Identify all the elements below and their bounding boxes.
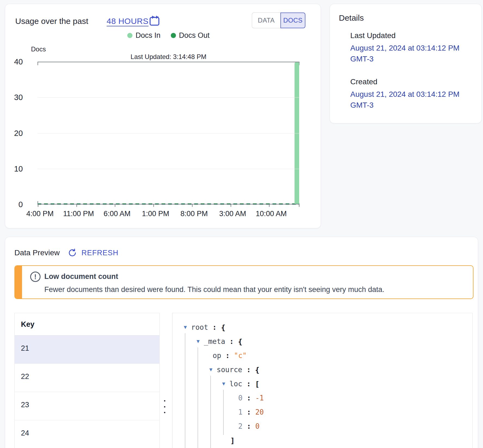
json-tree-row: ▼root : { xyxy=(183,320,225,334)
usage-card: Usage over the past 48 HOURS DATA DOCS D… xyxy=(5,4,321,228)
tree-open-bracket: { xyxy=(255,366,259,374)
x-axis-label: 4:00 PM xyxy=(18,210,62,218)
table-row[interactable]: 23 xyxy=(15,392,159,420)
json-tree-row: ▼source : { xyxy=(208,363,259,377)
tree-colon: : xyxy=(243,422,255,430)
gridline-40 xyxy=(38,62,299,62)
x-axis-tick xyxy=(115,204,115,207)
legend-dot xyxy=(127,33,132,38)
tree-colon: : xyxy=(243,408,255,416)
tree-open-bracket: { xyxy=(221,323,225,332)
tree-close-bracket: ] xyxy=(230,436,235,445)
tree-expander-icon[interactable]: ▼ xyxy=(208,367,213,373)
details-item-label: Last Updated xyxy=(350,31,470,40)
toggle-data-button[interactable]: DATA xyxy=(252,13,280,28)
tree-colon: : xyxy=(242,380,255,388)
data-docs-toggle: DATA DOCS xyxy=(252,13,305,28)
toggle-docs-button[interactable]: DOCS xyxy=(280,13,305,28)
details-item-label: Created xyxy=(350,77,470,86)
legend-label: Docs In xyxy=(135,31,160,40)
details-title: Details xyxy=(339,13,364,23)
json-tree-row: 2 : 0 xyxy=(238,419,259,433)
chart-subtitle: Last Updated: 3:14:48 PM xyxy=(38,53,299,61)
plot-area: 0102030404:00 PM11:00 PM6:00 AM1:00 PM8:… xyxy=(38,62,299,204)
tree-guide-line xyxy=(185,333,185,448)
key-table: Key 21222324 xyxy=(14,313,160,448)
warning-banner: ! Low document count Fewer documents tha… xyxy=(14,265,473,299)
y-axis-label: 0 xyxy=(7,200,23,209)
tree-key: root xyxy=(191,323,208,331)
tree-guide-line xyxy=(198,347,198,448)
refresh-button[interactable]: REFRESH xyxy=(67,248,119,258)
preview-title: Data Preview xyxy=(14,248,60,257)
key-column-header: Key xyxy=(15,313,159,335)
tree-colon: : xyxy=(243,394,255,402)
panel-resize-handle[interactable] xyxy=(162,400,167,413)
tree-key: 1 xyxy=(238,408,243,416)
tree-colon: : xyxy=(242,366,255,374)
json-tree-row: 0 : -1 xyxy=(238,391,264,405)
page: Usage over the past 48 HOURS DATA DOCS D… xyxy=(0,0,483,448)
gridline-10 xyxy=(38,169,299,169)
json-tree-row: op : "c" xyxy=(213,349,247,363)
tree-key: 0 xyxy=(238,394,243,402)
y-axis-label: 40 xyxy=(7,57,23,66)
details-item: Last UpdatedAugust 21, 2024 at 03:14:12 … xyxy=(350,31,470,64)
tree-open-bracket: { xyxy=(238,337,242,346)
x-axis-label: 10:00 AM xyxy=(249,210,293,218)
chart-legend: Docs InDocs Out xyxy=(38,31,299,40)
docs-in-bar xyxy=(295,62,299,204)
tree-value: 0 xyxy=(255,422,260,430)
details-card: Details Last UpdatedAugust 21, 2024 at 0… xyxy=(330,4,482,123)
preview-header: Data Preview REFRESH xyxy=(14,248,119,258)
warning-body: Fewer documents than desired were found.… xyxy=(44,285,384,294)
legend-dot xyxy=(171,33,176,38)
details-item-value: August 21, 2024 at 03:14:12 PM GMT-3 xyxy=(350,89,470,111)
legend-item[interactable]: Docs In xyxy=(127,31,160,40)
table-row[interactable]: 22 xyxy=(15,364,159,392)
details-item-value: August 21, 2024 at 03:14:12 PM GMT-3 xyxy=(350,43,470,64)
tree-value: 20 xyxy=(255,408,264,416)
range-link[interactable]: 48 HOURS xyxy=(107,17,148,26)
x-axis-tick xyxy=(153,204,154,207)
y-axis-label: 30 xyxy=(7,93,23,102)
json-tree-row: ] xyxy=(230,433,235,447)
legend-item[interactable]: Docs Out xyxy=(171,31,210,40)
json-tree-row: 1 : 20 xyxy=(238,405,264,419)
tree-expander-icon[interactable]: ▼ xyxy=(221,381,226,387)
details-item: CreatedAugust 21, 2024 at 03:14:12 PM GM… xyxy=(350,77,470,111)
warning-accent-bar xyxy=(15,266,22,298)
calendar-icon[interactable] xyxy=(148,15,160,28)
x-axis-tick xyxy=(192,204,193,207)
tree-key: 2 xyxy=(238,422,243,430)
chart-axis-title: Docs xyxy=(31,45,46,53)
tree-key: source xyxy=(217,366,242,374)
tree-expander-icon[interactable]: ▼ xyxy=(196,338,201,344)
x-axis-label: 11:00 PM xyxy=(57,210,100,218)
y-axis-label: 20 xyxy=(7,129,23,138)
tree-key: _meta xyxy=(204,337,225,346)
tree-key: op xyxy=(213,351,221,360)
tree-expander-icon[interactable]: ▼ xyxy=(183,324,188,330)
tree-colon: : xyxy=(225,337,238,346)
json-tree-panel: ▼root : {▼_meta : {op : "c"▼source : {▼l… xyxy=(172,313,473,448)
tree-colon: : xyxy=(221,351,234,360)
json-tree-row: ▼loc : [ xyxy=(221,377,259,391)
x-axis-tick xyxy=(269,204,270,207)
details-items: Last UpdatedAugust 21, 2024 at 03:14:12 … xyxy=(350,31,470,124)
axis-end-tick xyxy=(299,204,299,207)
tree-guide-line xyxy=(223,390,224,435)
tree-value: -1 xyxy=(255,394,264,402)
x-axis-label: 1:00 PM xyxy=(134,210,177,218)
gridline-30 xyxy=(38,97,299,98)
warning-icon: ! xyxy=(30,272,41,282)
table-row[interactable]: 24 xyxy=(15,420,159,448)
x-axis-tick xyxy=(38,204,38,207)
x-axis-label: 3:00 AM xyxy=(211,210,255,218)
data-preview-card: Data Preview REFRESH ! Low document coun… xyxy=(5,237,478,448)
y-axis-label: 10 xyxy=(7,164,23,173)
x-axis-tick xyxy=(76,204,77,207)
usage-title: Usage over the past xyxy=(15,17,88,26)
table-row[interactable]: 21 xyxy=(15,335,159,364)
json-tree-row: ▼_meta : { xyxy=(196,334,242,349)
